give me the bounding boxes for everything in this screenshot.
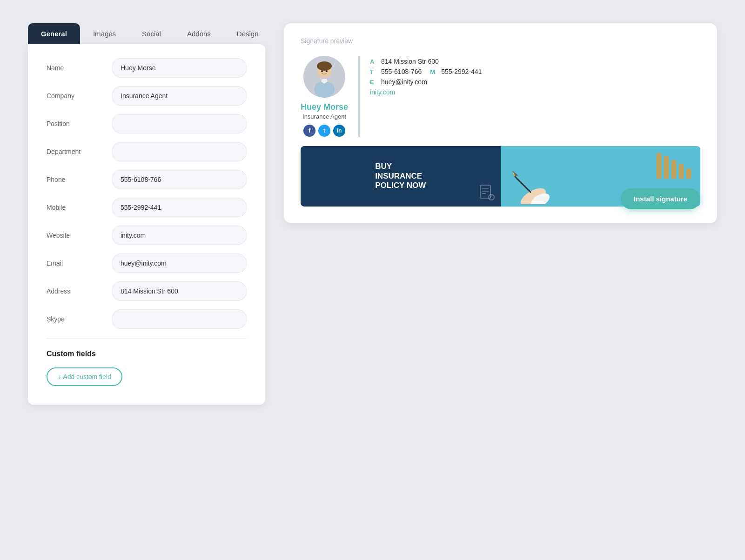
- sig-phone-value: 555-6108-766: [381, 68, 422, 75]
- phone-letter: T: [370, 68, 376, 75]
- label-address: Address: [47, 287, 112, 295]
- field-phone: Phone: [47, 170, 247, 189]
- svg-point-2: [317, 61, 332, 71]
- label-mobile: Mobile: [47, 204, 112, 211]
- label-position: Position: [47, 120, 112, 127]
- preview-label: Signature preview: [301, 37, 700, 45]
- twitter-icon[interactable]: t: [318, 125, 330, 137]
- input-name[interactable]: [112, 58, 247, 78]
- mobile-letter: M: [430, 68, 436, 75]
- input-department[interactable]: [112, 142, 247, 161]
- preview-card: Signature preview: [284, 23, 717, 223]
- sig-phone-row: T 555-6108-766 M 555-2992-441: [370, 68, 482, 75]
- install-signature-button[interactable]: Install signature: [621, 188, 700, 209]
- input-website[interactable]: [112, 226, 247, 245]
- sig-website-value[interactable]: inity.com: [370, 88, 395, 96]
- banner-text: BUY INSURANCE POLICY NOW: [375, 162, 426, 190]
- right-panel: Signature preview: [284, 23, 717, 223]
- sig-mobile-value: 555-2992-441: [441, 68, 482, 75]
- left-panel: General Images Social Addons Design Name…: [28, 23, 265, 405]
- input-company[interactable]: [112, 86, 247, 106]
- svg-point-11: [489, 194, 494, 200]
- divider: [47, 338, 247, 339]
- label-phone: Phone: [47, 176, 112, 183]
- field-department: Department: [47, 142, 247, 161]
- svg-point-5: [321, 70, 323, 72]
- tabs: General Images Social Addons Design: [28, 23, 265, 44]
- sig-website-row: inity.com: [370, 88, 482, 96]
- field-position: Position: [47, 114, 247, 133]
- sig-address-value: 814 Mission Str 600: [381, 58, 439, 65]
- sig-name: Huey Morse: [301, 102, 348, 112]
- sig-contact-info: A 814 Mission Str 600 T 555-6108-766 M 5…: [370, 56, 482, 96]
- field-name: Name: [47, 58, 247, 78]
- tab-addons[interactable]: Addons: [174, 23, 224, 44]
- tab-design[interactable]: Design: [224, 23, 272, 44]
- svg-line-15: [515, 176, 531, 193]
- field-email: Email: [47, 253, 247, 273]
- tab-images[interactable]: Images: [80, 23, 129, 44]
- form-card: Name Company Position Department Phone M…: [28, 44, 265, 405]
- social-icons: f t in: [303, 125, 345, 137]
- email-letter: E: [370, 79, 376, 86]
- svg-point-6: [326, 70, 328, 72]
- tab-social[interactable]: Social: [129, 23, 174, 44]
- input-address[interactable]: [112, 281, 247, 301]
- sig-job-title: Insurance Agent: [302, 113, 346, 120]
- add-custom-field-button[interactable]: + Add custom field: [47, 367, 122, 386]
- custom-fields-title: Custom fields: [47, 350, 247, 358]
- input-skype[interactable]: [112, 309, 247, 329]
- sig-email-value: huey@inity.com: [381, 78, 427, 86]
- linkedin-icon[interactable]: in: [333, 125, 345, 137]
- label-email: Email: [47, 260, 112, 267]
- label-skype: Skype: [47, 315, 112, 323]
- input-phone[interactable]: [112, 170, 247, 189]
- avatar-section: Huey Morse Insurance Agent f t in: [301, 56, 360, 137]
- sig-address-row: A 814 Mission Str 600: [370, 58, 482, 65]
- avatar: [303, 56, 345, 98]
- input-mobile[interactable]: [112, 198, 247, 217]
- facebook-icon[interactable]: f: [303, 125, 315, 137]
- field-mobile: Mobile: [47, 198, 247, 217]
- signature-top: Huey Morse Insurance Agent f t in A 814 …: [301, 56, 700, 137]
- sig-email-row: E huey@inity.com: [370, 78, 482, 86]
- field-website: Website: [47, 226, 247, 245]
- label-department: Department: [47, 148, 112, 155]
- label-website: Website: [47, 232, 112, 239]
- input-position[interactable]: [112, 114, 247, 133]
- label-company: Company: [47, 92, 112, 100]
- banner-left: BUY INSURANCE POLICY NOW: [301, 146, 501, 207]
- input-email[interactable]: [112, 253, 247, 273]
- address-letter: A: [370, 58, 376, 65]
- field-address: Address: [47, 281, 247, 301]
- tab-general[interactable]: General: [28, 23, 80, 44]
- field-company: Company: [47, 86, 247, 106]
- signature-container: Huey Morse Insurance Agent f t in A 814 …: [301, 56, 700, 207]
- label-name: Name: [47, 64, 112, 72]
- field-skype: Skype: [47, 309, 247, 329]
